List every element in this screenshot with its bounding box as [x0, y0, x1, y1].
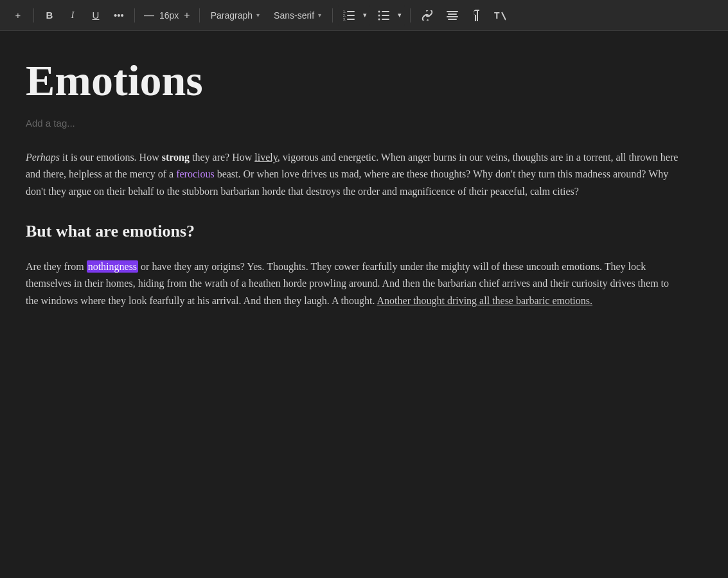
paragraph-dropdown[interactable]: Paragraph ▾ [205, 7, 265, 24]
underline-button[interactable]: U [85, 5, 106, 26]
ordered-list-button[interactable]: 1. 2. 3. [338, 5, 360, 26]
text-segment-5: Are they from [26, 261, 87, 272]
increase-size-button[interactable]: + [180, 7, 193, 24]
font-size-value: 16px [159, 10, 179, 21]
ordered-list-group: 1. 2. 3. ▾ [338, 5, 370, 26]
svg-rect-14 [447, 16, 458, 17]
font-chevron-icon: ▾ [318, 12, 321, 19]
italic-text-perhaps: Perhaps [26, 152, 60, 163]
paragraph-label: Paragraph [211, 10, 253, 21]
document-title: Emotions [26, 57, 681, 105]
more-options-button[interactable]: ••• [109, 5, 129, 26]
font-size-control: — 16px + [140, 7, 194, 24]
svg-rect-6 [382, 11, 389, 12]
svg-text:T: T [494, 10, 500, 21]
underline-text-lively: lively [254, 152, 277, 163]
ferocious-link[interactable]: ferocious [176, 168, 215, 179]
italic-button[interactable]: I [62, 5, 83, 26]
align-center-button[interactable] [441, 5, 463, 26]
section-heading: But what are emotions? [26, 218, 681, 246]
unordered-list-group: ▾ [373, 5, 405, 26]
text-segment-1: it is our emotions. How [60, 152, 162, 163]
unordered-list-button[interactable] [373, 5, 395, 26]
link-button[interactable] [416, 5, 439, 26]
separator-2 [134, 8, 135, 23]
bold-button[interactable]: B [39, 5, 60, 26]
svg-rect-13 [448, 14, 457, 15]
svg-rect-8 [382, 19, 389, 20]
unordered-list-toggle[interactable]: ▾ [395, 8, 405, 22]
paragraph-mark-button[interactable] [466, 5, 486, 26]
content-body: Perhaps it is our emotions. How strong t… [26, 149, 681, 309]
bold-text-strong: strong [162, 152, 190, 163]
svg-rect-2 [347, 19, 355, 20]
clear-format-button[interactable]: T [489, 5, 511, 26]
paragraph-1: Perhaps it is our emotions. How strong t… [26, 149, 681, 200]
svg-rect-7 [382, 15, 389, 16]
paragraph-chevron-icon: ▾ [256, 12, 260, 19]
svg-rect-1 [347, 15, 355, 16]
svg-point-10 [378, 14, 380, 16]
svg-rect-15 [448, 19, 457, 20]
font-dropdown[interactable]: Sans-serif ▾ [268, 7, 327, 24]
svg-line-17 [502, 12, 506, 20]
svg-point-9 [378, 10, 380, 12]
ordered-list-toggle[interactable]: ▾ [360, 8, 370, 22]
decrease-size-button[interactable]: — [140, 7, 158, 24]
font-label: Sans-serif [274, 10, 314, 21]
svg-rect-0 [347, 11, 355, 12]
svg-text:3.: 3. [343, 17, 346, 21]
separator-1 [33, 8, 34, 23]
content-area: Emotions Add a tag... Perhaps it is our … [0, 31, 707, 353]
svg-rect-12 [447, 11, 458, 12]
separator-3 [199, 8, 200, 23]
toolbar: + B I U ••• — 16px + Paragraph ▾ Sans-se… [0, 0, 728, 31]
separator-5 [410, 8, 411, 23]
paragraph-2: Are they from nothingness or have they a… [26, 258, 681, 309]
highlighted-nothingness: nothingness [87, 260, 138, 273]
text-segment-2: they are? How [190, 152, 254, 163]
separator-4 [332, 8, 333, 23]
add-button[interactable]: + [8, 5, 28, 26]
another-thought-link[interactable]: Another thought driving all these barbar… [377, 295, 592, 306]
svg-point-11 [378, 18, 380, 20]
tag-input[interactable]: Add a tag... [26, 118, 681, 129]
